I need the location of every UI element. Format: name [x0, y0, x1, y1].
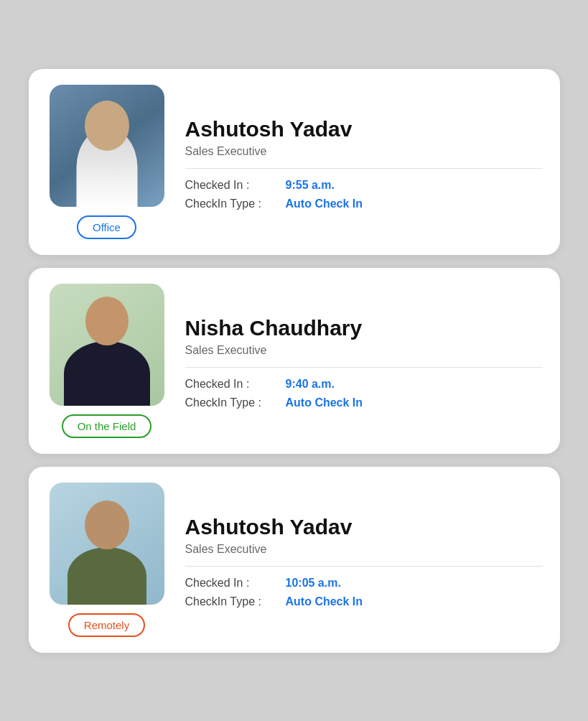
employee-card-1: Office Ashutosh Yadav Sales Executive Ch…: [29, 69, 560, 255]
checkintype-row-3: CheckIn Type : Auto Check In: [185, 595, 543, 608]
info-rows-2: Checked In : 9:40 a.m. CheckIn Type : Au…: [185, 378, 543, 409]
employee-card-3: Remotely Ashutosh Yadav Sales Executive …: [29, 467, 560, 653]
employee-role-2: Sales Executive: [185, 344, 543, 357]
status-badge-3: Remotely: [68, 613, 145, 637]
card-left-3: Remotely: [46, 483, 168, 637]
avatar-1: [50, 85, 164, 207]
divider-2: [185, 367, 543, 368]
card-left-1: Office: [46, 85, 168, 239]
card-right-3: Ashutosh Yadav Sales Executive Checked I…: [185, 483, 543, 637]
employee-name-2: Nisha Chaudhary: [185, 315, 543, 341]
divider-1: [185, 168, 543, 169]
card-right-2: Nisha Chaudhary Sales Executive Checked …: [185, 284, 543, 438]
checkedin-label-3: Checked In :: [185, 577, 286, 590]
info-rows-3: Checked In : 10:05 a.m. CheckIn Type : A…: [185, 577, 543, 608]
checkintype-value-2: Auto Check In: [286, 396, 363, 409]
checkintype-row-1: CheckIn Type : Auto Check In: [185, 197, 543, 210]
checkintype-value-1: Auto Check In: [286, 197, 363, 210]
checkedin-row-1: Checked In : 9:55 a.m.: [185, 179, 543, 192]
avatar-2: [50, 284, 164, 406]
card-left-2: On the Field: [46, 284, 168, 438]
card-right-1: Ashutosh Yadav Sales Executive Checked I…: [185, 85, 543, 239]
checkedin-label-1: Checked In :: [185, 179, 286, 192]
info-rows-1: Checked In : 9:55 a.m. CheckIn Type : Au…: [185, 179, 543, 210]
status-badge-1: Office: [77, 215, 136, 239]
checkintype-row-2: CheckIn Type : Auto Check In: [185, 396, 543, 409]
employee-card-2: On the Field Nisha Chaudhary Sales Execu…: [29, 268, 560, 454]
checkedin-row-3: Checked In : 10:05 a.m.: [185, 577, 543, 590]
checkedin-label-2: Checked In :: [185, 378, 286, 391]
divider-3: [185, 566, 543, 567]
checkedin-row-2: Checked In : 9:40 a.m.: [185, 378, 543, 391]
checkedin-value-1: 9:55 a.m.: [286, 179, 335, 192]
cards-container: Office Ashutosh Yadav Sales Executive Ch…: [29, 69, 560, 653]
employee-name-3: Ashutosh Yadav: [185, 514, 543, 540]
checkintype-label-2: CheckIn Type :: [185, 396, 286, 409]
checkedin-value-3: 10:05 a.m.: [286, 577, 341, 590]
employee-role-3: Sales Executive: [185, 543, 543, 556]
avatar-3: [50, 483, 164, 605]
checkintype-value-3: Auto Check In: [286, 595, 363, 608]
checkintype-label-3: CheckIn Type :: [185, 595, 286, 608]
employee-name-1: Ashutosh Yadav: [185, 116, 543, 142]
employee-role-1: Sales Executive: [185, 145, 543, 158]
checkintype-label-1: CheckIn Type :: [185, 197, 286, 210]
status-badge-2: On the Field: [62, 414, 152, 438]
checkedin-value-2: 9:40 a.m.: [286, 378, 335, 391]
